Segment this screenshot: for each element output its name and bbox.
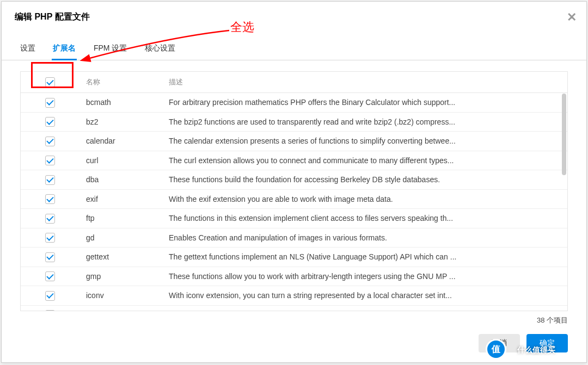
header-checkbox-cell bbox=[21, 72, 79, 93]
table-row[interactable]: bcmathFor arbitrary precision mathematic… bbox=[21, 93, 567, 113]
row-name: bz2 bbox=[79, 112, 162, 132]
table-row[interactable]: ftpThe functions in this extension imple… bbox=[21, 209, 567, 228]
row-name: bcmath bbox=[79, 93, 162, 113]
table-row[interactable]: bz2The bzip2 functions are used to trans… bbox=[21, 112, 567, 132]
tab-extensions[interactable]: 扩展名 bbox=[53, 38, 76, 60]
row-name: gettext bbox=[79, 248, 162, 267]
row-checkbox[interactable] bbox=[45, 156, 55, 165]
row-name: exif bbox=[79, 189, 162, 209]
row-checkbox-cell bbox=[21, 132, 79, 151]
row-name: iconv bbox=[79, 286, 162, 306]
row-checkbox[interactable] bbox=[45, 175, 55, 185]
table-row[interactable]: calendarThe calendar extension presents … bbox=[21, 132, 567, 151]
row-checkbox-cell bbox=[21, 228, 79, 248]
row-desc: The calendar extension presents a series… bbox=[162, 132, 567, 151]
item-count: 38 个项目 bbox=[20, 311, 568, 325]
extensions-table: 名称 描述 bcmathFor arbitrary precision math… bbox=[21, 72, 567, 311]
tab-fpm-settings[interactable]: FPM 设置 bbox=[94, 38, 127, 60]
row-name: ftp bbox=[79, 209, 162, 228]
row-desc: With the exif extension you are able to … bbox=[162, 189, 567, 209]
row-checkbox-cell bbox=[21, 286, 79, 306]
table-row[interactable]: gmpThese functions allow you to work wit… bbox=[21, 267, 567, 286]
table-row[interactable]: gettextThe gettext functions implement a… bbox=[21, 248, 567, 267]
dialog: 编辑 PHP 配置文件 ✕ 设置 扩展名 FPM 设置 核心设置 全选 名称 描… bbox=[1, 1, 587, 363]
row-checkbox[interactable] bbox=[45, 233, 55, 243]
row-checkbox[interactable] bbox=[45, 252, 55, 262]
table-row[interactable]: dbaThese functions build the foundation … bbox=[21, 170, 567, 190]
row-checkbox[interactable] bbox=[45, 194, 55, 204]
header-name[interactable]: 名称 bbox=[79, 72, 162, 93]
select-all-checkbox[interactable] bbox=[45, 77, 55, 87]
row-checkbox[interactable] bbox=[45, 271, 55, 281]
watermark-text: 什么值得买 bbox=[517, 345, 555, 355]
row-desc: These functions build the foundation for… bbox=[162, 170, 567, 190]
dialog-title: 编辑 PHP 配置文件 bbox=[15, 12, 90, 21]
row-checkbox-cell bbox=[21, 112, 79, 132]
row-desc: The curl extension allows you to connect… bbox=[162, 151, 567, 170]
table-row[interactable]: iconvWith iconv extension, you can turn … bbox=[21, 286, 567, 306]
table-row[interactable]: curlThe curl extension allows you to con… bbox=[21, 151, 567, 170]
row-checkbox[interactable] bbox=[45, 291, 55, 301]
header-desc[interactable]: 描述 bbox=[162, 72, 567, 93]
extensions-table-container: 名称 描述 bcmathFor arbitrary precision math… bbox=[20, 71, 568, 311]
row-checkbox[interactable] bbox=[45, 137, 55, 146]
row-name: gmp bbox=[79, 267, 162, 286]
row-name: gd bbox=[79, 228, 162, 248]
row-checkbox-cell bbox=[21, 151, 79, 170]
row-checkbox[interactable] bbox=[45, 214, 55, 224]
row-checkbox-cell bbox=[21, 267, 79, 286]
row-checkbox-cell bbox=[21, 93, 79, 113]
row-checkbox-cell bbox=[21, 170, 79, 190]
row-desc: For arbitrary precision mathematics PHP … bbox=[162, 93, 567, 113]
row-desc: With iconv extension, you can turn a str… bbox=[162, 286, 567, 306]
row-desc: These functions allow you to work with a… bbox=[162, 267, 567, 286]
row-name: dba bbox=[79, 170, 162, 190]
row-desc: The gettext functions implement an NLS (… bbox=[162, 248, 567, 267]
scrollbar[interactable] bbox=[562, 94, 566, 175]
tabs: 设置 扩展名 FPM 设置 核心设置 bbox=[2, 38, 586, 60]
row-checkbox-cell bbox=[21, 189, 79, 209]
row-checkbox[interactable] bbox=[45, 117, 55, 127]
row-checkbox-cell bbox=[21, 209, 79, 228]
row-name: curl bbox=[79, 151, 162, 170]
dialog-header: 编辑 PHP 配置文件 ✕ bbox=[2, 2, 586, 28]
row-checkbox[interactable] bbox=[45, 98, 55, 108]
watermark-badge-icon: 值 bbox=[486, 339, 506, 360]
row-desc: The bzip2 functions are used to transpar… bbox=[162, 112, 567, 132]
table-row[interactable]: exifWith the exif extension you are able… bbox=[21, 189, 567, 209]
row-desc: Enables Creation and manipulation of ima… bbox=[162, 228, 567, 248]
close-icon[interactable]: ✕ bbox=[567, 11, 577, 23]
row-desc: The functions in this extension implemen… bbox=[162, 209, 567, 228]
tab-settings[interactable]: 设置 bbox=[20, 38, 35, 60]
table-row[interactable]: gdEnables Creation and manipulation of i… bbox=[21, 228, 567, 248]
tab-core-settings[interactable]: 核心设置 bbox=[145, 38, 175, 60]
row-checkbox-cell bbox=[21, 248, 79, 267]
row-name: calendar bbox=[79, 132, 162, 151]
